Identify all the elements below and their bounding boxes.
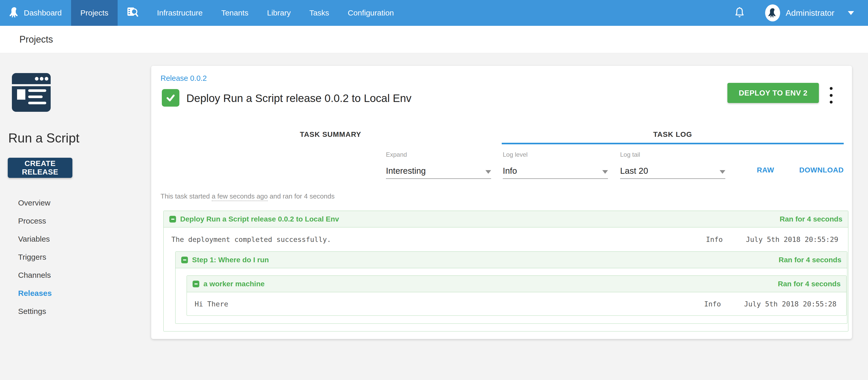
collapse-icon[interactable]: [169, 216, 176, 222]
log-section-worker: a worker machine Ran for 4 seconds Hi Th…: [187, 275, 846, 316]
log-section-title: Deploy Run a Script release 0.0.2 to Loc…: [180, 215, 339, 223]
raw-link[interactable]: RAW: [757, 166, 774, 174]
chevron-down-icon: [602, 170, 608, 174]
download-link[interactable]: DOWNLOAD: [799, 166, 844, 174]
log-entry-message: Hi There: [187, 300, 704, 308]
nav-item-dashboard[interactable]: Dashboard: [0, 0, 71, 26]
tab-task-log[interactable]: TASK LOG: [502, 125, 844, 144]
sidebar-item-channels[interactable]: Channels: [0, 266, 151, 284]
sidebar-item-process[interactable]: Process: [0, 212, 151, 230]
project-sidebar: Run a Script CREATE RELEASE Overview Pro…: [0, 53, 151, 380]
breadcrumb-bar: Projects: [0, 26, 868, 53]
log-section-title: Step 1: Where do I run: [192, 256, 269, 264]
log-level-dropdown-value: Info: [503, 166, 517, 176]
log-section-duration: Ran for 4 seconds: [780, 215, 842, 223]
nav-label-infrastructure: Infrastructure: [157, 8, 203, 17]
sidebar-item-overview[interactable]: Overview: [0, 194, 151, 212]
nav-item-projects[interactable]: Projects: [71, 0, 118, 26]
breadcrumb[interactable]: Projects: [20, 34, 53, 45]
nav-label-configuration: Configuration: [348, 8, 394, 17]
user-avatar[interactable]: [765, 4, 780, 22]
overflow-menu-icon[interactable]: [825, 87, 837, 104]
log-tail-dropdown-value: Last 20: [620, 166, 648, 176]
nav-label-tasks: Tasks: [309, 8, 329, 17]
nav-item-library[interactable]: Library: [258, 0, 300, 26]
sidebar-item-triggers[interactable]: Triggers: [0, 248, 151, 266]
log-entry: The deployment completed successfully. I…: [164, 228, 848, 251]
log-level-dropdown[interactable]: Log level Info: [503, 151, 608, 179]
log-section-step1: Step 1: Where do I run Ran for 4 seconds…: [175, 251, 847, 324]
nav-label-library: Library: [267, 8, 291, 17]
task-title: Deploy Run a Script release 0.0.2 to Loc…: [186, 92, 411, 105]
expand-dropdown-value: Interesting: [386, 166, 426, 176]
task-card: Release 0.0.2 Deploy Run a Script releas…: [151, 66, 852, 339]
user-menu-caret-icon[interactable]: [848, 11, 854, 15]
project-title: Run a Script: [8, 131, 80, 146]
nav-item-infrastructure[interactable]: Infrastructure: [148, 0, 212, 26]
nav-label-projects: Projects: [81, 8, 108, 17]
log-entry-timestamp: July 5th 2018 20:55:28: [733, 300, 846, 308]
log-section-step1-header[interactable]: Step 1: Where do I run Ran for 4 seconds: [176, 252, 847, 268]
log-entry-timestamp: July 5th 2018 20:55:29: [734, 235, 848, 243]
search-icon: [127, 7, 138, 19]
nav-right-cluster: Administrator: [735, 0, 868, 26]
sidebar-item-settings[interactable]: Settings: [0, 302, 151, 320]
chevron-down-icon: [486, 170, 491, 174]
username-label: Administrator: [786, 8, 835, 18]
task-status-line: This task started a few seconds ago and …: [160, 192, 335, 200]
log-section-worker-header[interactable]: a worker machine Ran for 4 seconds: [187, 276, 846, 292]
tab-task-summary[interactable]: TASK SUMMARY: [159, 125, 502, 144]
nav-item-tasks[interactable]: Tasks: [300, 0, 339, 26]
sidebar-item-variables[interactable]: Variables: [0, 230, 151, 248]
chevron-down-icon: [720, 170, 725, 174]
task-tabs: TASK SUMMARY TASK LOG: [159, 125, 844, 144]
project-side-nav: Overview Process Variables Triggers Chan…: [0, 194, 151, 320]
nav-item-tenants[interactable]: Tenants: [212, 0, 258, 26]
log-section-deploy: Deploy Run a Script release 0.0.2 to Loc…: [163, 211, 848, 332]
log-level-dropdown-label: Log level: [503, 151, 608, 158]
top-navigation: Dashboard Projects Infrastructure Tenant…: [0, 0, 868, 26]
log-section-duration: Ran for 4 seconds: [778, 280, 841, 288]
log-entry-level: Info: [704, 300, 733, 308]
nav-item-configuration[interactable]: Configuration: [338, 0, 403, 26]
expand-dropdown[interactable]: Expand Interesting: [386, 151, 491, 179]
task-success-check-icon: [162, 89, 179, 107]
nav-item-search[interactable]: [118, 0, 148, 26]
log-entry-level: Info: [706, 235, 734, 243]
nav-label-tenants: Tenants: [221, 8, 248, 17]
project-logo-icon: [12, 73, 51, 113]
nav-label-dashboard: Dashboard: [24, 8, 62, 17]
deploy-to-env-button[interactable]: DEPLOY TO ENV 2: [727, 83, 819, 103]
octopus-logo-icon: [9, 7, 19, 20]
log-tail-dropdown-label: Log tail: [620, 151, 725, 158]
log-section-duration: Ran for 4 seconds: [779, 256, 841, 264]
relative-time: a few seconds ago: [212, 192, 268, 201]
log-entry: Hi There Info July 5th 2018 20:55:28: [187, 292, 846, 315]
collapse-icon[interactable]: [193, 281, 199, 287]
expand-dropdown-label: Expand: [386, 151, 491, 158]
collapse-icon[interactable]: [181, 256, 188, 263]
sidebar-item-releases[interactable]: Releases: [0, 284, 151, 302]
task-log: Deploy Run a Script release 0.0.2 to Loc…: [163, 211, 848, 332]
log-entry-message: The deployment completed successfully.: [164, 235, 706, 243]
log-section-title: a worker machine: [204, 280, 265, 288]
log-section-deploy-header[interactable]: Deploy Run a Script release 0.0.2 to Loc…: [164, 211, 848, 228]
release-link[interactable]: Release 0.0.2: [160, 74, 207, 82]
log-tail-dropdown[interactable]: Log tail Last 20: [620, 151, 725, 179]
notifications-bell-icon[interactable]: [735, 7, 744, 19]
create-release-button[interactable]: CREATE RELEASE: [8, 158, 72, 178]
